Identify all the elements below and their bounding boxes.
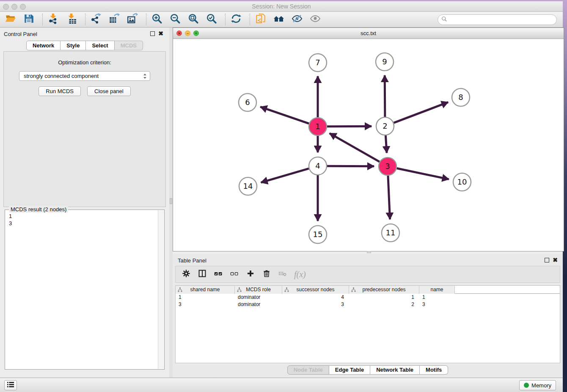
table-row[interactable]: 1dominator411 [176,294,560,301]
open-session-button[interactable] [4,13,17,26]
table-cell[interactable]: 1 [176,294,235,301]
result-scrollbar[interactable] [158,210,164,369]
graph-node-4[interactable]: 4 [309,157,327,175]
edge-2-8[interactable] [394,102,449,123]
graph-node-7[interactable]: 7 [309,54,327,72]
column-header-name[interactable]: name [419,286,455,294]
table-cell[interactable]: 3 [176,301,235,308]
import-table-button[interactable] [65,13,78,26]
edge-1-2[interactable] [327,126,372,127]
tab-network-table[interactable]: Network Table [370,365,420,375]
float-panel-icon[interactable] [150,31,155,36]
memory-button[interactable]: Memory [519,380,556,390]
network-canvas[interactable]: 7968124314101511 [173,39,564,251]
tab-mcds[interactable]: MCDS [115,41,143,50]
export-image-button[interactable] [126,13,139,26]
table-settings-button[interactable] [181,269,192,280]
column-header-predecessor-nodes[interactable]: predecessor nodes [349,286,419,294]
table-tabs: Node TableEdge TableNetwork TableMotifs [173,365,563,375]
edge-3-1[interactable] [330,133,380,162]
edge-3-10[interactable] [397,168,449,179]
deselect-all-button[interactable] [229,269,240,280]
graph-node-11[interactable]: 11 [382,224,399,242]
save-floppy-icon [23,13,34,26]
graph-node-9[interactable]: 9 [376,53,394,71]
edge-2-3[interactable] [385,135,387,153]
graph-node-2[interactable]: 2 [376,117,394,135]
import-network-button[interactable] [47,13,60,26]
close-panel-icon[interactable]: ✖ [158,30,163,37]
delete-column-button[interactable] [261,269,272,280]
node-label: 9 [382,57,387,66]
criterion-select[interactable]: strongly connected component [19,71,150,81]
table-cell[interactable]: 2 [349,301,419,308]
table-cell[interactable]: dominator [235,301,282,308]
tab-network[interactable]: Network [26,41,61,50]
node-table: shared name MCDS role successor nodes pr… [175,285,560,363]
function-builder-button[interactable]: f(x) [293,269,306,280]
create-column-button[interactable] [245,269,256,280]
column-header-successor-nodes[interactable]: successor nodes [282,286,349,294]
close-panel-icon[interactable]: ✖ [553,257,558,263]
graph-node-14[interactable]: 14 [239,177,257,195]
home-views-button[interactable] [272,13,285,26]
table-cell[interactable]: 3 [282,301,349,308]
select-all-button[interactable] [213,269,224,280]
search-input[interactable] [449,17,547,23]
table-cell[interactable]: 4 [282,294,349,301]
zoom-fit-button[interactable] [187,13,200,26]
zoom-in-icon [151,13,162,26]
task-history-button[interactable] [4,380,17,390]
graph-node-6[interactable]: 6 [239,94,256,111]
delete-table-button[interactable] [277,269,288,280]
graph-node-3[interactable]: 3 [379,157,396,175]
node-label: 3 [385,162,390,171]
unchecked-boxes-icon [230,269,239,279]
column-header-shared-name[interactable]: shared name [176,286,235,294]
main-toolbar [0,12,563,28]
zoom-out-button[interactable] [169,13,182,26]
clone-network-button[interactable] [254,13,267,26]
table-row[interactable]: 3dominator323 [176,301,560,308]
graph-node-15[interactable]: 15 [309,226,327,243]
table-cell[interactable]: 1 [349,294,419,301]
toolbar-separator [250,14,250,25]
zoom-in-button[interactable] [151,13,163,26]
optimization-criterion-label: Optimization criterion: [4,59,165,66]
graph-node-1[interactable]: 1 [309,118,327,135]
float-panel-icon[interactable] [545,258,549,262]
export-network-button[interactable] [90,13,102,26]
show-column-panel-button[interactable] [197,269,208,280]
save-session-button[interactable] [22,13,35,26]
eye-slash-icon [292,13,303,26]
graph-node-10[interactable]: 10 [453,173,471,191]
edge-4-3[interactable] [327,166,374,166]
criterion-value: strongly connected component [24,73,99,79]
tab-edge-table[interactable]: Edge Table [329,365,370,375]
show-details-button[interactable] [309,13,322,26]
table-panel-title: Table Panel [178,257,206,264]
splitter-handle[interactable] [170,198,172,204]
run-mcds-button[interactable]: Run MCDS [39,86,81,96]
column-header-MCDS-role[interactable]: MCDS role [235,286,282,294]
apply-layout-button[interactable] [230,13,242,26]
hide-details-button[interactable] [291,13,303,26]
search-box[interactable] [438,14,557,25]
export-table-button[interactable] [108,13,121,26]
table-cell[interactable]: 3 [419,301,455,308]
tab-style[interactable]: Style [61,41,86,50]
vertical-splitter[interactable] [169,28,173,378]
table-cell[interactable]: dominator [235,294,282,301]
tab-motifs[interactable]: Motifs [420,365,448,375]
table-cell[interactable]: 1 [419,294,455,301]
edge-3-11[interactable] [388,176,390,219]
edge-4-14[interactable] [261,168,309,182]
edge-1-6[interactable] [260,107,309,123]
edge-2-9[interactable] [385,75,385,117]
tab-select[interactable]: Select [86,41,114,50]
network-splitter-handle[interactable] [367,251,371,253]
tab-node-table[interactable]: Node Table [287,365,329,375]
zoom-selected-button[interactable] [205,13,218,26]
close-panel-button[interactable]: Close panel [87,86,131,96]
graph-node-8[interactable]: 8 [452,88,470,106]
